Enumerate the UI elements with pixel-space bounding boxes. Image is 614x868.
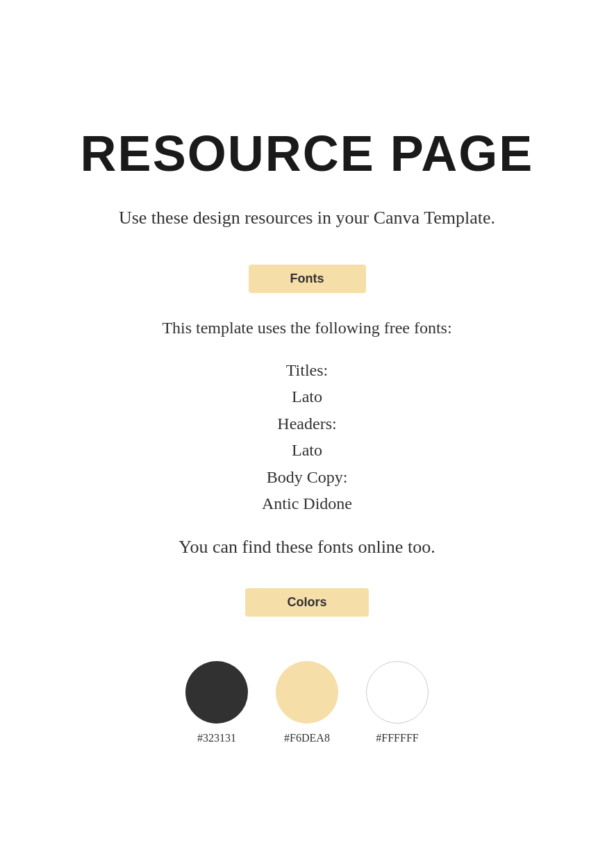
color-swatch-tan: #F6DEA8 bbox=[276, 661, 338, 744]
fonts-intro: This template uses the following free fo… bbox=[162, 315, 451, 340]
color-swatch-dark: #323131 bbox=[185, 661, 248, 744]
body-copy-font: Antic Didone bbox=[262, 490, 352, 517]
page-subtitle: Use these design resources in your Canva… bbox=[119, 204, 495, 231]
color-circle-dark bbox=[185, 661, 248, 724]
colors-badge-label: Colors bbox=[287, 595, 326, 609]
color-circle-tan bbox=[276, 661, 338, 724]
color-swatch-white: #FFFFFF bbox=[366, 661, 429, 744]
fonts-badge: Fonts bbox=[249, 265, 366, 293]
titles-font: Lato bbox=[292, 383, 322, 410]
colors-badge: Colors bbox=[245, 588, 368, 617]
fonts-list: Titles: Lato Headers: Lato Body Copy: An… bbox=[262, 357, 352, 517]
color-circle-white bbox=[366, 661, 429, 724]
page-title: RESOURCE PAGE bbox=[81, 125, 534, 182]
color-hex-dark: #323131 bbox=[197, 732, 236, 744]
color-hex-tan: #F6DEA8 bbox=[284, 732, 330, 744]
colors-section: Colors #323131 #F6DEA8 #FFFFFF bbox=[56, 588, 558, 744]
headers-label: Headers: bbox=[277, 410, 336, 437]
headers-font: Lato bbox=[292, 437, 322, 463]
page-container: RESOURCE PAGE Use these design resources… bbox=[0, 0, 614, 868]
body-copy-label: Body Copy: bbox=[267, 464, 348, 490]
fonts-footer: You can find these fonts online too. bbox=[179, 533, 435, 560]
titles-label: Titles: bbox=[286, 357, 328, 383]
fonts-badge-label: Fonts bbox=[290, 272, 324, 285]
color-swatches: #323131 #F6DEA8 #FFFFFF bbox=[185, 661, 429, 744]
color-hex-white: #FFFFFF bbox=[376, 732, 418, 744]
